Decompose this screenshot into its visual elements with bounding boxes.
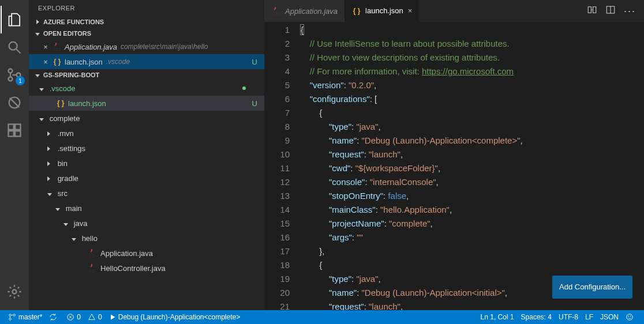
line-number: 13 [264, 189, 290, 203]
line-number: 17 [264, 244, 290, 258]
editor-tab[interactable]: Application.java [264, 0, 345, 22]
gear-icon [6, 284, 23, 300]
tree-folder[interactable]: gradle [29, 171, 264, 186]
status-text: Spaces: 4 [521, 313, 552, 321]
sidebar-title: EXPLORER [29, 0, 264, 16]
chevron-right-icon [33, 18, 42, 25]
status-text: JSON [600, 313, 619, 321]
activity-settings[interactable] [1, 278, 28, 306]
tree-folder[interactable]: complete [29, 111, 264, 126]
open-editor-item[interactable]: ×{ }launch.json.vscodeU [29, 54, 264, 69]
close-icon[interactable]: × [408, 6, 413, 15]
activity-debug[interactable] [1, 89, 28, 116]
svg-point-21 [628, 315, 629, 317]
chevron-right-icon [47, 159, 55, 168]
code-line: "console": "internalConsole", [300, 175, 644, 189]
code-line: "request": "launch", [300, 148, 644, 161]
open-editor-item[interactable]: ×Application.javacomplete\src\main\java\… [29, 39, 264, 54]
tree-file[interactable]: Application.java [29, 246, 264, 261]
editor-area: Application.java{ }launch.json× ··· 1234… [264, 0, 644, 310]
status-item[interactable]: Debug (Launch)-Application<complete> [106, 313, 244, 321]
tree-item-label: java [74, 219, 88, 228]
files-icon [7, 12, 23, 28]
tree-item-label: complete [50, 114, 80, 123]
code-line: { [300, 106, 644, 120]
tree-file[interactable]: { }launch.jsonU [29, 96, 264, 111]
svg-point-11 [13, 290, 17, 294]
close-icon[interactable]: × [39, 58, 52, 66]
code-line: { [300, 23, 644, 37]
more-icon[interactable]: ··· [624, 5, 636, 17]
tree-folder[interactable]: .settings [29, 141, 264, 156]
code-line: "mainClass": "hello.Application", [300, 203, 644, 217]
status-item[interactable] [622, 313, 639, 321]
tree-folder[interactable]: hello [29, 231, 264, 246]
svg-point-2 [9, 69, 13, 73]
activity-bar: 1 [0, 0, 29, 310]
editor-tab[interactable]: { }launch.json× [345, 0, 419, 22]
editor-file-path: .vscode [106, 58, 130, 66]
tree-item-label: .mvn [58, 129, 74, 138]
tree-item-label: main [66, 204, 82, 213]
status-item[interactable]: JSON [597, 313, 622, 321]
chevron-right-icon [47, 129, 55, 138]
code-line: "args": "" [300, 231, 644, 244]
line-number: 19 [264, 272, 290, 286]
code-editor[interactable]: 123456789101112131415161718192021 { // U… [264, 22, 644, 310]
json-file-icon: { } [55, 98, 66, 108]
tree-folder[interactable]: bin [29, 156, 264, 171]
svg-rect-8 [9, 131, 14, 136]
section-open-editors[interactable]: OPEN EDITORS [29, 28, 264, 39]
line-number: 18 [264, 258, 290, 272]
activity-explorer[interactable] [1, 6, 28, 33]
tree-folder[interactable]: .vscode [29, 81, 264, 96]
line-number: 12 [264, 175, 290, 189]
svg-rect-10 [15, 125, 20, 130]
sync-icon [49, 313, 57, 321]
section-azure-functions[interactable]: AZURE FUNCTIONS [29, 16, 264, 28]
svg-rect-9 [15, 131, 20, 136]
warning-icon [88, 313, 96, 321]
tree-folder[interactable]: java [29, 216, 264, 231]
split-editor-icon[interactable] [605, 5, 616, 17]
add-configuration-button[interactable]: Add Configuration... [552, 276, 632, 299]
line-number: 9 [264, 134, 290, 148]
status-item[interactable] [46, 313, 63, 321]
svg-point-0 [9, 42, 17, 50]
tree-file[interactable]: HelloController.java [29, 261, 264, 276]
code-line: // For more information, visit: https://… [300, 65, 644, 78]
status-item[interactable]: Spaces: 4 [518, 313, 555, 321]
status-item[interactable]: master* [5, 313, 46, 321]
line-number: 10 [264, 148, 290, 161]
activity-search[interactable] [1, 33, 28, 61]
status-item[interactable]: UTF-8 [555, 313, 582, 321]
section-project[interactable]: GS-SPRING-BOOT [29, 69, 264, 81]
activity-scm[interactable]: 1 [1, 61, 28, 89]
status-item[interactable]: 0 [84, 313, 106, 321]
line-number: 7 [264, 106, 290, 120]
chevron-down-icon [47, 189, 55, 198]
tree-folder[interactable]: .mvn [29, 126, 264, 141]
code-line: // Use IntelliSense to learn about possi… [300, 37, 644, 51]
status-item[interactable]: 0 [63, 313, 84, 321]
svg-point-16 [9, 314, 12, 317]
tree-folder[interactable]: src [29, 186, 264, 201]
chevron-down-icon [33, 30, 42, 37]
compare-icon[interactable] [587, 5, 597, 17]
tree-item-label: gradle [58, 174, 78, 183]
code-line: "cwd": "${workspaceFolder}", [300, 161, 644, 175]
close-icon[interactable]: × [39, 43, 52, 51]
code-line: "type": "java", [300, 120, 644, 134]
editor-file-name: launch.json [65, 58, 103, 66]
tree-item-label: src [58, 189, 68, 198]
svg-line-1 [17, 50, 21, 54]
status-item[interactable]: LF [582, 313, 597, 321]
code-line: }, [300, 244, 644, 258]
java-file-icon [271, 6, 282, 16]
activity-extensions[interactable] [1, 116, 28, 144]
tab-actions: ··· [587, 0, 644, 22]
tree-folder[interactable]: main [29, 201, 264, 216]
status-item[interactable]: Ln 1, Col 1 [477, 313, 518, 321]
line-number: 15 [264, 217, 290, 231]
status-text: LF [585, 313, 593, 321]
